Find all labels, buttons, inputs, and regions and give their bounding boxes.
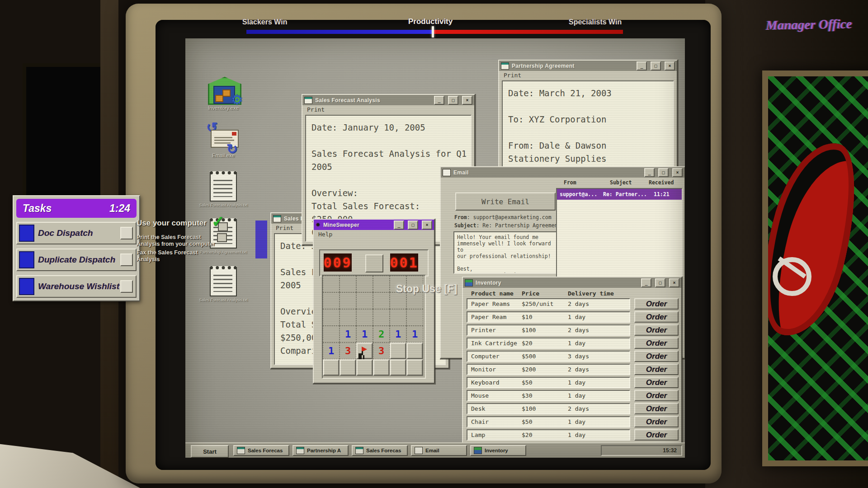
order-button[interactable]: Order: [634, 390, 679, 401]
email-row-received: 11:21: [654, 191, 682, 197]
task-item-warehouse-wishlist[interactable]: Warehouse Wishlist: [16, 275, 137, 298]
mine-cell-open[interactable]: 1: [356, 326, 373, 343]
mine-cell-open[interactable]: 3: [373, 343, 390, 359]
order-button[interactable]: Order: [634, 351, 679, 362]
mine-cell-open[interactable]: [373, 276, 390, 292]
inventory-row-bar: Chair$501 day: [467, 416, 630, 427]
inventory-row: Chair$501 dayOrder: [467, 416, 679, 427]
mine-cell-open[interactable]: [356, 276, 373, 292]
order-button[interactable]: Order: [634, 364, 679, 375]
mine-cell-open[interactable]: [323, 326, 340, 343]
mine-cell-open[interactable]: [340, 276, 356, 292]
mine-cell-open[interactable]: 1: [340, 326, 356, 343]
mine-cell-open[interactable]: [356, 292, 373, 309]
titlebar[interactable]: Inventory _ □ ×: [463, 277, 681, 288]
mine-cell-open[interactable]: [323, 276, 340, 292]
titlebar[interactable]: ✹ MineSweeper _ □ ×: [314, 220, 434, 230]
task-checkbox[interactable]: [120, 253, 133, 266]
mine-cell-hidden[interactable]: [406, 359, 423, 376]
minimize-button[interactable]: _: [637, 61, 647, 70]
order-button[interactable]: Order: [634, 429, 679, 441]
mine-cell-open[interactable]: [390, 309, 406, 326]
start-button[interactable]: Start: [191, 445, 229, 458]
taskbar-button-partnership-a[interactable]: Partnership A: [292, 445, 349, 456]
product-name: Lamp: [467, 432, 522, 438]
taskbar-button-email[interactable]: Email: [411, 445, 467, 456]
window-minesweeper[interactable]: ✹ MineSweeper _ □ × Help 009 001 1121113…: [313, 219, 435, 384]
help-menu[interactable]: Help: [314, 230, 434, 241]
notepad-document-icon: [210, 266, 237, 296]
close-button[interactable]: ×: [462, 96, 472, 105]
desktop-icon-sales-doc-2[interactable]: Sales Forecast Analysis.txt: [195, 266, 251, 302]
task-item-doc-dispatch[interactable]: Doc Dispatch: [16, 222, 137, 244]
mine-cell-open[interactable]: 2: [373, 326, 390, 343]
task-checkbox[interactable]: [120, 227, 133, 239]
task-checkbox[interactable]: [120, 280, 133, 293]
mine-cell-open[interactable]: [340, 309, 356, 326]
mine-cell-hidden[interactable]: [323, 359, 340, 376]
mine-cell-hidden[interactable]: [340, 359, 356, 376]
close-button[interactable]: ×: [665, 61, 675, 70]
titlebar[interactable]: Email _ □ ×: [441, 167, 684, 178]
close-button[interactable]: ×: [422, 221, 432, 230]
minimize-button[interactable]: _: [641, 278, 651, 287]
mine-cell-hidden[interactable]: [406, 343, 423, 359]
titlebar[interactable]: Sales Forecast Analysis _ □ ×: [302, 95, 474, 105]
taskbar[interactable]: Start Sales ForecasPartnership ASales Fo…: [185, 442, 685, 458]
desktop-icon-label: Sales Forecast Analysis.txt: [195, 203, 251, 207]
titlebar[interactable]: Partnership Agreement _ □ ×: [499, 61, 677, 71]
minimize-button[interactable]: _: [394, 221, 404, 230]
mine-cell-open[interactable]: 1: [406, 326, 423, 343]
order-button[interactable]: Order: [634, 338, 679, 349]
order-button[interactable]: Order: [634, 377, 679, 388]
notepad-icon: [237, 447, 245, 454]
order-button[interactable]: Order: [634, 298, 679, 310]
room-name-label: Manager Office: [766, 16, 852, 33]
close-button[interactable]: ×: [669, 278, 679, 287]
mine-cell-hidden[interactable]: [356, 359, 373, 376]
notepad-icon: [273, 215, 281, 222]
minimize-button[interactable]: _: [434, 96, 444, 105]
product-delivery-time: 2 days: [568, 300, 629, 307]
maximize-button[interactable]: □: [655, 278, 665, 287]
taskbar-button-inventory[interactable]: Inventory: [470, 445, 526, 456]
maximize-button[interactable]: □: [408, 221, 418, 230]
minimize-button[interactable]: _: [644, 168, 655, 177]
desktop-icon-sales-doc-1[interactable]: Sales Forecast Analysis.txt: [195, 171, 251, 207]
order-button[interactable]: Order: [634, 311, 679, 323]
mine-cell-open[interactable]: [356, 309, 373, 326]
smiley-reset-button[interactable]: [365, 254, 383, 272]
checkmark-icon: ✓: [212, 212, 225, 230]
taskbar-button-sales-forecas[interactable]: Sales Forecas: [233, 445, 289, 456]
order-button[interactable]: Order: [634, 403, 679, 414]
task-item-duplicate-dispatch[interactable]: Duplicate Dispatch: [16, 249, 137, 271]
mine-cell-open[interactable]: [373, 292, 390, 309]
mine-cell-open[interactable]: 3: [340, 343, 356, 359]
task-hint-fax: Fax the Sales Forecast Analysis: [137, 249, 198, 263]
desktop-icon-inventory-exe[interactable]: ⚙ Inventory.exe: [195, 77, 251, 111]
mine-cell-hidden[interactable]: [373, 359, 390, 376]
window-inventory[interactable]: Inventory _ □ × Product name Price Deliv…: [462, 277, 682, 446]
taskbar-button-sales-forecas[interactable]: Sales Forecas: [352, 445, 408, 456]
mine-cell-open[interactable]: [323, 309, 340, 326]
desktop-icon-email-exe[interactable]: ↺ ↻ Email.exe: [195, 124, 251, 158]
mine-cell-hidden[interactable]: [390, 359, 406, 376]
write-email-button[interactable]: Write Email: [455, 192, 556, 211]
product-name: Computer: [467, 353, 522, 360]
mine-cell-flag[interactable]: [356, 343, 373, 359]
mine-cell-open[interactable]: [373, 309, 390, 326]
close-button[interactable]: ×: [672, 168, 683, 177]
mine-cell-open[interactable]: 1: [390, 326, 406, 343]
mine-cell-open[interactable]: [323, 292, 340, 309]
mine-cell-open[interactable]: 1: [323, 343, 340, 359]
product-delivery-time: 2 days: [568, 366, 629, 373]
order-button[interactable]: Order: [634, 324, 679, 336]
maximize-button[interactable]: □: [658, 168, 669, 177]
mine-cell-hidden[interactable]: [390, 343, 406, 359]
maximize-button[interactable]: □: [448, 96, 458, 105]
mine-cell-open[interactable]: [406, 309, 423, 326]
mine-cell-open[interactable]: [340, 292, 356, 309]
maximize-button[interactable]: □: [651, 61, 661, 70]
order-button[interactable]: Order: [634, 416, 679, 427]
email-list-row-selected[interactable]: support@a... Re: Partner... 11:21: [557, 189, 682, 200]
